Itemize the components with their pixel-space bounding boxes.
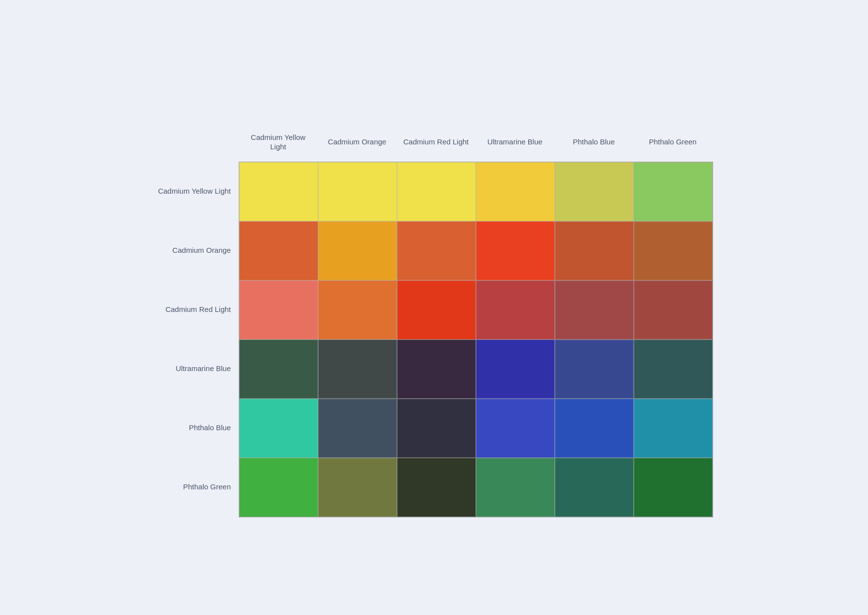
grid-cell-1-3 bbox=[476, 221, 555, 280]
grid-row-4 bbox=[239, 399, 713, 458]
grid-cell-2-5 bbox=[634, 280, 713, 340]
grid-cell-0-0 bbox=[239, 162, 318, 221]
col-header-1: Cadmium Orange bbox=[318, 122, 397, 162]
grid-cell-5-4 bbox=[555, 458, 634, 517]
col-header-0: Cadmium Yellow Light bbox=[239, 122, 318, 162]
grid-cell-1-1 bbox=[318, 221, 397, 280]
grid-section: Cadmium Yellow LightCadmium OrangeCadmiu… bbox=[239, 122, 713, 517]
row-label-0: Cadmium Yellow Light bbox=[155, 162, 239, 221]
grid-cell-1-5 bbox=[634, 221, 713, 280]
grid-cell-3-0 bbox=[239, 340, 318, 399]
grid-cell-1-4 bbox=[555, 221, 634, 280]
col-header-5: Phthalo Green bbox=[633, 122, 712, 162]
grid-cell-4-4 bbox=[555, 399, 634, 458]
row-label-2: Cadmium Red Light bbox=[155, 280, 239, 339]
row-labels: Cadmium Yellow LightCadmium OrangeCadmiu… bbox=[155, 162, 239, 516]
grid-cell-5-1 bbox=[318, 458, 397, 517]
grid-cell-0-5 bbox=[634, 162, 713, 221]
grid-cell-5-2 bbox=[397, 458, 476, 517]
grid-cell-4-5 bbox=[634, 399, 713, 458]
grid-cell-3-3 bbox=[476, 340, 555, 399]
grid-cell-4-0 bbox=[239, 399, 318, 458]
grid-cell-2-3 bbox=[476, 280, 555, 340]
grid-cell-3-4 bbox=[555, 340, 634, 399]
grid-cell-0-3 bbox=[476, 162, 555, 221]
grid-cell-2-1 bbox=[318, 280, 397, 340]
color-grid bbox=[239, 162, 713, 517]
grid-cell-0-4 bbox=[555, 162, 634, 221]
grid-cell-5-0 bbox=[239, 458, 318, 517]
grid-cell-3-2 bbox=[397, 340, 476, 399]
grid-cell-2-0 bbox=[239, 280, 318, 340]
grid-row-0 bbox=[239, 162, 713, 221]
col-header-2: Cadmium Red Light bbox=[397, 122, 475, 162]
grid-cell-4-3 bbox=[476, 399, 555, 458]
grid-cell-4-2 bbox=[397, 399, 476, 458]
grid-row-1 bbox=[239, 221, 713, 280]
col-headers: Cadmium Yellow LightCadmium OrangeCadmiu… bbox=[239, 122, 713, 162]
grid-cell-0-1 bbox=[318, 162, 397, 221]
grid-cell-5-5 bbox=[634, 458, 713, 517]
grid-cell-2-4 bbox=[555, 280, 634, 340]
grid-cell-1-0 bbox=[239, 221, 318, 280]
row-label-4: Phthalo Blue bbox=[155, 398, 239, 457]
col-header-4: Phthalo Blue bbox=[554, 122, 633, 162]
page-container: Cadmium Yellow LightCadmium OrangeCadmiu… bbox=[138, 98, 730, 517]
row-label-5: Phthalo Green bbox=[155, 457, 239, 516]
grid-cell-1-2 bbox=[397, 221, 476, 280]
grid-cell-3-1 bbox=[318, 340, 397, 399]
row-label-1: Cadmium Orange bbox=[155, 221, 239, 280]
grid-cell-4-1 bbox=[318, 399, 397, 458]
grid-cell-5-3 bbox=[476, 458, 555, 517]
grid-cell-3-5 bbox=[634, 340, 713, 399]
grid-cell-0-2 bbox=[397, 162, 476, 221]
grid-cell-2-2 bbox=[397, 280, 476, 340]
chart-wrapper: Cadmium Yellow LightCadmium OrangeCadmiu… bbox=[138, 122, 730, 517]
grid-row-2 bbox=[239, 280, 713, 340]
grid-row-5 bbox=[239, 458, 713, 517]
grid-row-3 bbox=[239, 340, 713, 399]
col-header-3: Ultramarine Blue bbox=[475, 122, 554, 162]
row-label-3: Ultramarine Blue bbox=[155, 339, 239, 398]
